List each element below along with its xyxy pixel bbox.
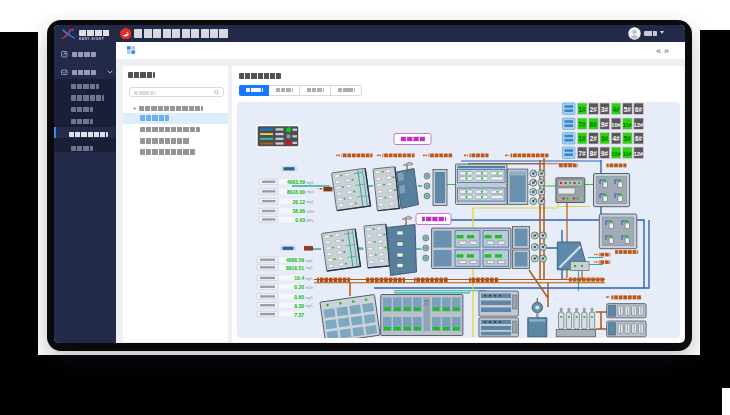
svg-text:7#: 7# [578,149,586,156]
svg-text:m3/h: m3/h [306,285,314,289]
svg-text:6#: 6# [635,135,643,142]
svg-text:mg/L: mg/L [306,266,314,270]
svg-text:4903.59: 4903.59 [287,179,305,185]
svg-text:MPa: MPa [307,218,314,222]
svg-text:0.63: 0.63 [295,216,305,222]
svg-text:10.4: 10.4 [294,275,304,281]
svg-text:2#: 2# [590,105,598,112]
svg-text:6#: 6# [635,105,643,112]
svg-text:8#: 8# [590,149,598,156]
svg-text:9#: 9# [601,120,609,127]
svg-text:38.06: 38.06 [292,208,305,214]
svg-text:5#: 5# [624,105,632,112]
svg-text:3#: 3# [601,105,609,112]
svg-text:0.20: 0.20 [294,284,304,290]
svg-text:8#: 8# [590,120,598,127]
svg-text:9.30: 9.30 [294,302,304,308]
svg-text:3#: 3# [601,135,609,142]
svg-text:mg/L: mg/L [307,190,315,194]
svg-text:0.60: 0.60 [294,293,304,299]
svg-text:1#: 1# [578,135,586,142]
svg-text:4#: 4# [612,135,620,142]
svg-text:7#: 7# [578,120,586,127]
svg-text:9#: 9# [601,149,609,156]
svg-text:1#: 1# [578,105,586,112]
svg-text:20.12: 20.12 [292,198,305,204]
svg-text:2#: 2# [590,135,598,142]
svg-text:4088.59: 4088.59 [286,257,304,263]
svg-text:mg/L: mg/L [306,295,314,299]
svg-text:4#: 4# [612,105,620,112]
svg-text:7.37: 7.37 [294,311,304,317]
svg-text:5#: 5# [624,135,632,142]
svg-text:mg/L: mg/L [306,304,314,308]
svg-text:10#: 10# [611,121,621,127]
svg-text:mg/L: mg/L [306,258,314,262]
svg-text:m3/h: m3/h [307,210,315,214]
svg-text:10#: 10# [611,150,621,156]
svg-text:12#: 12# [634,121,644,127]
svg-text:mg/L: mg/L [306,277,314,281]
svg-text:8916.00: 8916.00 [287,188,305,194]
svg-text:mg/L: mg/L [307,180,315,184]
svg-text:mg/L: mg/L [307,200,315,204]
svg-text:11#: 11# [623,150,633,156]
svg-text:11#: 11# [623,121,633,127]
svg-text:8916.51: 8916.51 [286,264,304,270]
svg-text:12#: 12# [634,150,644,156]
